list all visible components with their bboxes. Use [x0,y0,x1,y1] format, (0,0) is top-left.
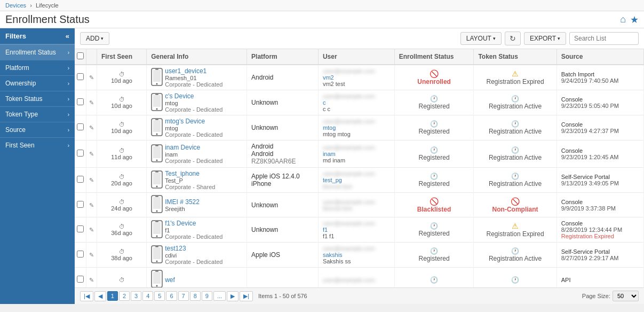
edit-icon[interactable]: ✎ [89,151,94,157]
page-btn-7[interactable]: 7 [178,291,189,301]
edit-icon[interactable]: ✎ [89,202,94,208]
row-edit-cell: ✎ [86,243,97,268]
page-size-label: Page Size: [582,293,610,299]
page-btn-next-range[interactable]: ... [213,291,226,301]
row-checkbox[interactable] [77,73,84,80]
svg-point-34 [156,285,158,287]
page-btn-1[interactable]: 1 [107,291,118,301]
star-icon[interactable]: ★ [630,14,639,26]
first-seen-cell: ⏱ 10d ago [97,90,147,115]
add-button[interactable]: ADD ▾ [80,32,109,45]
refresh-icon: ↻ [510,34,516,43]
row-checkbox-cell [75,90,86,115]
device-icon [151,220,163,240]
device-icon [151,118,163,138]
device-name[interactable]: mtog's Device [165,118,222,125]
first-seen-cell: ⏱ 20d ago [97,168,147,193]
page-btn-5[interactable]: 5 [154,291,165,301]
pagination-last[interactable]: ▶| [240,291,253,301]
user-cell: user@example.comvm2vm2 test [318,65,394,90]
device-name[interactable]: user1_device1 [165,67,222,75]
platform-cell: Apple iOS 12.4.0iPhone [247,168,319,193]
refresh-button[interactable]: ↻ [505,32,521,45]
row-checkbox[interactable] [77,176,84,183]
dropdown-arrow-icon: ▾ [101,36,104,41]
sidebar-item-platform[interactable]: Platform › [0,60,75,75]
device-name[interactable]: c's Device [165,92,222,100]
page-btn-9[interactable]: 9 [202,291,212,301]
device-name[interactable]: inam Device [165,144,222,151]
row-edit-cell: ✎ [86,90,97,115]
chevron-right-icon: › [68,50,69,56]
sidebar-item-token-type[interactable]: Token Type › [0,106,75,122]
edit-icon[interactable]: ✎ [89,177,94,183]
user-cell: user@example.comblurred text [318,193,394,217]
page-btn-3[interactable]: 3 [131,291,141,301]
page-btn-8[interactable]: 8 [190,291,201,301]
edit-icon[interactable]: ✎ [89,227,94,233]
sidebar-item-first-seen[interactable]: First Seen › [0,137,75,153]
row-checkbox[interactable] [77,276,84,283]
col-platform: Platform [247,49,319,65]
sidebar-item-enrollment[interactable]: Enrollment Status › [0,44,75,60]
svg-rect-11 [155,119,158,120]
pagination-next[interactable]: ▶ [227,291,238,301]
row-checkbox[interactable] [77,150,84,157]
pagination-bar: |◀ ◀ 1 2 3 4 5 6 7 8 9 ... ▶ ▶| Items 1 … [75,287,644,304]
edit-icon[interactable]: ✎ [89,277,94,283]
first-seen-cell: ⏱ 11d ago [97,141,147,168]
device-icon [151,170,163,190]
device-name[interactable]: wef [165,276,175,284]
edit-icon[interactable]: ✎ [89,252,94,258]
search-input[interactable] [569,32,639,45]
row-edit-cell: ✎ [86,217,97,243]
general-info-cell: mtog's Device mtog Corporate - Dedicated [147,115,247,141]
col-source: Source [556,49,643,65]
device-name[interactable]: test123 [165,245,222,252]
items-info: Items 1 - 50 of 576 [258,293,307,299]
table-row: ✎ ⏱ 10d ago user1_device1 Ramesh_01 Corp… [75,65,644,90]
device-icon [151,195,163,215]
col-enrollment-status: Enrollment Status [394,49,474,65]
sidebar: Filters « Enrollment Status › Platform ›… [0,28,75,304]
sidebar-item-ownership[interactable]: Ownership › [0,75,75,91]
pagination-prev[interactable]: ◀ [94,291,106,301]
table-row: ✎ ⏱ 10d ago mtog's Device mtog Corporate… [75,115,644,141]
collapse-icon[interactable]: « [66,32,69,40]
row-checkbox[interactable] [77,251,84,258]
home-icon[interactable]: ⌂ [620,14,626,25]
svg-point-14 [156,159,158,161]
row-checkbox[interactable] [77,201,84,208]
sidebar-item-token-status[interactable]: Token Status › [0,91,75,106]
page-btn-4[interactable]: 4 [142,291,153,301]
page-size-select[interactable]: 10 25 50 100 [613,291,639,301]
svg-point-30 [156,260,158,262]
page-btn-2[interactable]: 2 [119,291,130,301]
device-name[interactable]: f1's Device [165,220,222,227]
source-cell: Self-Service Portal 9/13/2019 3:49:05 PM [556,168,643,193]
user-cell: user@example.comcc c [318,90,394,115]
sidebar-item-source[interactable]: Source › [0,122,75,137]
edit-icon[interactable]: ✎ [89,124,94,131]
row-edit-cell: ✎ [86,65,97,90]
device-name[interactable]: IMEI # 3522 [165,198,200,206]
layout-button[interactable]: LAYOUT ▾ [460,32,502,45]
user-cell: user@example.comf1f1 f1 [318,217,394,243]
edit-icon[interactable]: ✎ [89,74,94,81]
table-row: ✎ ⏱ wef user@example.com [75,268,644,288]
svg-rect-9 [153,120,161,132]
edit-icon[interactable]: ✎ [89,99,94,106]
col-general-info: General Info [147,49,247,65]
row-checkbox[interactable] [77,123,84,130]
export-button[interactable]: EXPORT ▾ [524,32,566,45]
device-name[interactable]: Test_iphone [165,170,215,177]
page-btn-6[interactable]: 6 [166,291,177,301]
pagination-first[interactable]: |◀ [80,291,93,301]
select-all-checkbox[interactable] [77,52,84,59]
svg-point-6 [156,108,158,110]
breadcrumb-devices[interactable]: Devices [5,2,26,9]
col-first-seen: First Seen [97,49,147,65]
enrollment-status-cell: 🕐 [394,268,474,288]
row-checkbox[interactable] [77,225,84,232]
row-checkbox[interactable] [77,98,84,105]
